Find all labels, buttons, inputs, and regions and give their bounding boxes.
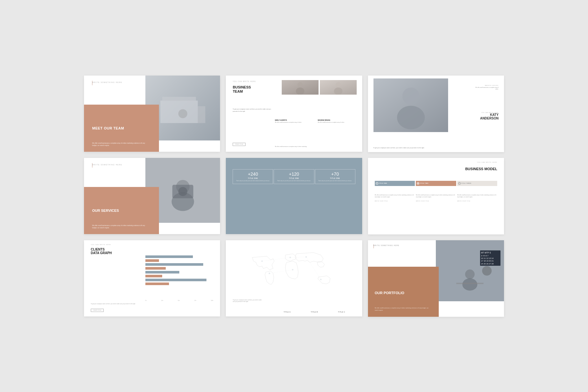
slide-grid: WRITE SOMETHING HERE MEET OUR TEAM We of… (84, 76, 504, 317)
map-area (233, 248, 355, 301)
slide-data-graph: YOU CAN WRITE HERE CLIENTS DATA GRAPH (84, 240, 220, 317)
top-label: WRITE SOMETHING HERE (92, 164, 122, 166)
map-title-a: TITLE A (284, 311, 291, 313)
desc-bottom: To get your company's name out there, yo… (373, 147, 448, 149)
svg-text:17 18 19 20 21: 17 18 19 20 21 (481, 260, 494, 262)
stat-2: +120 TITLE ONE That's why we provide poi… (274, 169, 314, 184)
bar-blue-3 (145, 271, 179, 273)
bar-row-1 (145, 255, 214, 258)
svg-point-33 (462, 278, 477, 290)
col-1-desc: We offer small businesses a complete arr… (375, 194, 415, 198)
person-maddie: MADDIE BRUKE We offer small businesses a… (318, 119, 356, 123)
svg-point-4 (298, 82, 303, 87)
stat-3-desc: That's why we provide point and click so… (317, 180, 354, 182)
bar-row-3 (145, 263, 214, 266)
svg-rect-34 (457, 283, 484, 284)
svg-text:10 11 12 13 14: 10 11 12 13 14 (481, 257, 494, 259)
tab-title-one[interactable]: ⊙ TITLE ONE (375, 181, 415, 186)
emily-name: EMILY HARRYS (275, 119, 314, 121)
slide-desc: We offer small businesses a complete arr… (375, 307, 432, 311)
slide-title: MEET OUR TEAM (92, 126, 124, 130)
svg-point-8 (402, 88, 419, 105)
col-2: We offer small businesses a complete arr… (416, 194, 456, 202)
name-right-bottom: YOU CAN WRITE HERE KATY ANDERSON (480, 112, 499, 120)
col-3-link[interactable]: WRITE YOUR TITLE (457, 201, 497, 202)
bar-blue-2 (145, 263, 203, 266)
team-photo-emily (282, 80, 319, 95)
svg-point-35 (482, 266, 492, 275)
stat-3-title: TITLE ONE (317, 178, 354, 179)
slide-business-model: YOU CAN WRITE HERE BUSINESS MODEL ⊙ TITL… (368, 158, 504, 234)
stat-1: +240 TITLE ONE That's why we provide poi… (233, 169, 273, 184)
slide-title: CLIENTS DATA GRAPH (91, 248, 112, 255)
stat-2-num: +120 (275, 171, 312, 177)
katy-anderson-name: KATY ANDERSON (480, 113, 499, 120)
svg-point-6 (336, 82, 341, 87)
maddie-name: MADDIE BRUKE (318, 119, 356, 121)
person-emily: EMILY HARRYS We offer small businesses a… (275, 119, 314, 123)
tab-title-three[interactable]: ↗ TITLE THREE (457, 181, 497, 186)
col-2-link[interactable]: WRITE YOUR TITLE (416, 201, 456, 202)
stat-1-num: +240 (234, 171, 271, 177)
svg-point-14 (178, 187, 187, 196)
bar-salmon-1 (145, 259, 159, 262)
svg-rect-1 (162, 97, 196, 101)
graph-btn[interactable]: YOUR TITLE (91, 309, 104, 312)
stats-row: +240 TITLE ONE That's why we provide poi… (233, 169, 355, 184)
maddie-desc: We offer small businesses a complete arr… (318, 122, 356, 123)
svg-point-3 (178, 109, 187, 118)
svg-point-20 (292, 269, 294, 271)
svg-point-7 (334, 88, 342, 95)
profile-illustration (373, 78, 448, 132)
maddie-desc: We offer small businesses a complete arr… (473, 87, 499, 90)
bar-row-2 (145, 259, 214, 262)
stat-1-title: TITLE ONE (234, 178, 271, 179)
col-1: We offer small businesses a complete arr… (375, 194, 415, 202)
slide-desc: We offer small businesses a complete arr… (92, 142, 147, 147)
bar-salmon-4 (145, 283, 169, 285)
tab-icon-1: ⊙ (376, 182, 378, 185)
top-label: YOU CAN WRITE HERE (91, 244, 111, 245)
maddie-label: MADDIE BRUKE (473, 85, 499, 86)
svg-rect-2 (198, 106, 205, 123)
slide-our-services: WRITE SOMETHING HERE OUR SERVICES We off… (84, 158, 220, 234)
map-title-c: TITLE C (338, 311, 345, 313)
bar-row-8 (145, 283, 214, 285)
world-map-svg (245, 248, 343, 302)
slide-title: OUR PORTFOLIO (375, 291, 404, 295)
tab-title-two[interactable]: ▦ TITLE TWO (416, 181, 456, 186)
col-1-link[interactable]: WRITE YOUR TITLE (375, 201, 415, 202)
bar-row-4 (145, 267, 214, 270)
team-photo-maddie (320, 80, 357, 95)
top-label: YOU CAN WRITE HERE (233, 81, 256, 82)
your-title-btn[interactable]: YOUR TITLE (233, 143, 246, 146)
svg-point-9 (397, 106, 425, 129)
stat-1-desc: That's why we provide point and click so… (234, 180, 271, 182)
svg-point-19 (320, 279, 322, 280)
svg-text:3 4 5 6 7: 3 4 5 6 7 (481, 254, 488, 256)
emily-desc: We offer small businesses a complete arr… (275, 122, 314, 123)
bar-row-7 (145, 279, 214, 281)
model-cols: We offer small businesses a complete arr… (375, 194, 497, 202)
slide-our-portfolio: WRITE SOMETHING HERE MT WTF S 3 4 5 6 7 … (368, 240, 504, 317)
tabs-row: ⊙ TITLE ONE ▦ TITLE TWO ↗ TITLE THREE (375, 181, 497, 186)
bar-row-5 (145, 271, 214, 273)
svg-line-24 (306, 257, 321, 280)
svg-line-21 (262, 257, 290, 261)
slide-title: BUSINESS MODEL (465, 167, 497, 171)
slide-title: BUSINESS TEAM (233, 85, 251, 94)
top-label: WRITE SOMETHING HERE (92, 81, 122, 83)
svg-point-5 (296, 88, 304, 95)
bar-row-6 (145, 275, 214, 277)
map-titles-row: TITLE A TITLE B TITLE C (274, 311, 355, 313)
col-2-desc: We offer small businesses a complete arr… (416, 194, 456, 198)
axis-labels: 0% 25% 50% 75% 100% (145, 300, 214, 301)
bar-salmon-2 (145, 267, 166, 270)
tab-icon-3: ↗ (458, 182, 461, 185)
top-label: YOU CAN WRITE HERE (477, 161, 497, 163)
slide-business-team: YOU CAN WRITE HERE BUSINESS TEAM To get … (226, 76, 362, 152)
maddie-photo (320, 80, 357, 95)
bar-salmon-3 (145, 275, 163, 277)
tab-icon-2: ▦ (417, 182, 419, 185)
svg-line-23 (269, 270, 293, 273)
